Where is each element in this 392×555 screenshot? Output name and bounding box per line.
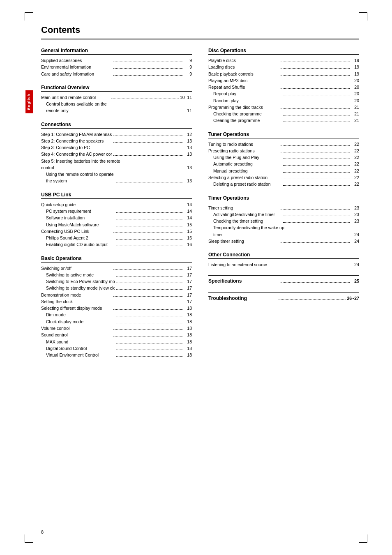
toc-entry: timer24: [208, 231, 359, 238]
section-title-other-connection: Other Connection: [208, 252, 359, 259]
toc-entry: the system13: [41, 177, 192, 184]
entry-page: 21: [351, 111, 359, 117]
entry-dots: [113, 336, 183, 336]
section-other-connection: Other ConnectionListening to an external…: [208, 252, 359, 268]
entry-dots: [113, 75, 183, 76]
section-tuner-operations: Tuner OperationsTuning to radio stations…: [208, 131, 359, 188]
entry-text: Random play: [208, 97, 282, 104]
entry-text: Philips Sound Agent 2: [41, 235, 115, 241]
entry-text: Activating/Deactivating the timer: [208, 211, 282, 218]
section-usb-pc-link: USB PC LinkQuick setup guide14PC system …: [41, 192, 192, 248]
entry-text: Repeat play: [208, 90, 282, 97]
toc-entry: Programming the disc tracks21: [208, 104, 359, 111]
entry-page: 12: [184, 131, 192, 138]
entry-text: Listening to an external source: [208, 261, 279, 268]
entry-text: Checking the timer setting: [208, 218, 282, 224]
entry-dots: [281, 75, 350, 76]
section-connections: ConnectionsStep 1: Connecting FM/AM ante…: [41, 122, 192, 184]
entry-text: Step 1: Connecting FM/AM antennas: [41, 131, 112, 138]
entry-page: 14: [184, 208, 192, 214]
entry-page: 22: [351, 181, 359, 187]
entry-page: 23: [351, 205, 359, 211]
entry-page: 19: [351, 64, 359, 70]
toc-entry: PC system requirement14: [41, 208, 192, 214]
entry-dots: [283, 185, 350, 186]
entry-text: Switching to Eco Power standby mode: [41, 278, 115, 285]
toc-entry: Volume control18: [41, 325, 192, 332]
entry-text: Control buttons available on the: [41, 101, 192, 107]
entry-text: the system: [41, 177, 115, 184]
toc-entry: Dim mode18: [41, 311, 192, 318]
section-title-tuner-operations: Tuner Operations: [208, 131, 359, 138]
entry-page: 23: [351, 211, 359, 218]
entry-dots: [113, 303, 183, 303]
toc-entry: Step 2: Connecting the speakers13: [41, 138, 192, 144]
entry-page: 22: [351, 161, 359, 167]
entry-page: 13: [184, 151, 192, 157]
entry-page: 19: [351, 71, 359, 77]
entry-text: Troubleshooting: [208, 295, 277, 302]
entry-dots: [116, 182, 183, 182]
entry-text: Switching to standby mode (view clock): [41, 285, 115, 291]
toc-entry: Using MusicMatch software15: [41, 221, 192, 228]
toc-entry: Troubleshooting26~27: [208, 292, 359, 302]
toc-entry: Sleep timer setting24: [208, 238, 359, 244]
entry-text: timer: [208, 231, 282, 238]
entry-dots: [113, 149, 183, 149]
toc-entry: Switching to Eco Power standby mode17: [41, 278, 192, 285]
entry-dots: [113, 68, 183, 69]
toc-entry: Clearing the programme21: [208, 117, 359, 124]
entry-page: 26~27: [347, 295, 360, 302]
corner-mark-br: [359, 534, 367, 543]
entry-dots: [281, 82, 350, 82]
entry-text: MAX sound: [41, 339, 115, 345]
entry-text: Sound control: [41, 332, 112, 338]
entry-text: Step 4: Connecting the AC power cord: [41, 151, 112, 157]
entry-text: Demonstration mode: [41, 292, 112, 298]
toc-entry: Quick setup guide14: [41, 201, 192, 208]
entry-text: Selecting different display mode: [41, 305, 112, 311]
toc-entry: Setting the clock17: [41, 298, 192, 305]
entry-dots: [283, 216, 350, 216]
entry-dots: [281, 62, 350, 62]
entry-dots: [283, 172, 350, 173]
toc-entry: Selecting a preset radio station22: [208, 174, 359, 181]
entry-page: 18: [184, 311, 192, 318]
entry-dots: [113, 142, 183, 143]
entry-text: Quick setup guide: [41, 201, 112, 208]
entry-page: 9: [184, 64, 192, 70]
toc-entry: Sound control18: [41, 332, 192, 338]
toc-entry: Switching to active mode17: [41, 272, 192, 278]
entry-dots: [113, 296, 183, 297]
entry-page: 24: [351, 238, 359, 244]
entry-dots: [116, 289, 183, 290]
toc-entry: Virtual Environment Control18: [41, 352, 192, 358]
section-title-basic-operations: Basic Operations: [41, 256, 192, 263]
toc-entry: Software installation14: [41, 214, 192, 221]
toc-entry: Step 3: Connecting to PC13: [41, 144, 192, 151]
entry-page: 10–11: [180, 94, 192, 101]
entry-text: Clearing the programme: [208, 117, 282, 124]
entry-page: 23: [351, 218, 359, 224]
entry-dots: [116, 316, 183, 316]
entry-text: Switching on/off: [41, 265, 112, 272]
entry-page: 11: [184, 107, 192, 114]
entry-dots: [116, 350, 183, 350]
section-title-disc-operations: Disc Operations: [208, 48, 359, 55]
entry-page: 24: [351, 231, 359, 238]
toc-entry: Using the Plug and Play22: [208, 154, 359, 161]
entry-dots: [283, 159, 350, 159]
entry-page: 20: [351, 77, 359, 84]
page-number: 8: [41, 530, 44, 534]
entry-text: Connecting USB PC Link: [41, 228, 112, 235]
entry-dots: [113, 309, 183, 310]
entry-dots: [283, 236, 350, 236]
entry-dots: [116, 356, 183, 357]
entry-page: 20: [351, 84, 359, 90]
entry-page: 18: [184, 352, 192, 358]
entry-page: 22: [351, 168, 359, 174]
toc-entry: Repeat play20: [208, 90, 359, 97]
entry-text: Temporarily deactivating the wake up: [208, 224, 359, 231]
entry-dots: [116, 219, 183, 219]
entry-text: Care and safety information: [41, 71, 112, 77]
